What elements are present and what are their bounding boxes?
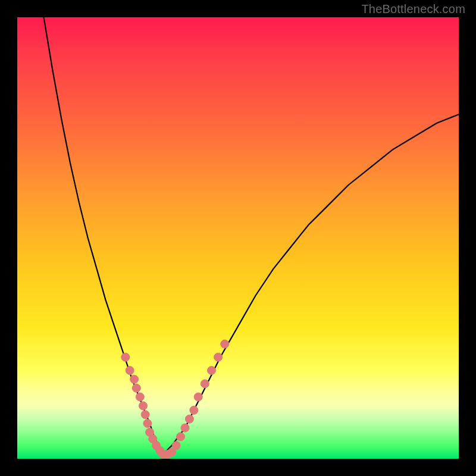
highlight-dot xyxy=(181,424,189,432)
highlight-dot xyxy=(201,380,209,388)
highlight-dot xyxy=(130,375,139,383)
curve-layer xyxy=(17,17,459,459)
highlight-dot xyxy=(177,433,185,441)
highlight-dot xyxy=(136,393,144,401)
right-curve xyxy=(163,114,459,454)
highlight-dot xyxy=(126,367,134,375)
highlight-dot xyxy=(132,384,140,392)
highlight-dot xyxy=(208,367,216,375)
highlight-dot xyxy=(214,353,223,361)
highlight-dot xyxy=(185,415,193,423)
highlight-dot xyxy=(221,340,229,348)
left-curve xyxy=(44,17,163,455)
highlight-dot xyxy=(139,402,148,410)
highlight-dot xyxy=(121,353,130,361)
highlight-dot xyxy=(141,411,149,419)
highlight-dot xyxy=(190,406,198,414)
watermark-text: TheBottleneck.com xyxy=(361,2,465,16)
highlight-dot xyxy=(172,441,180,450)
highlight-dot xyxy=(194,393,202,401)
highlight-dot xyxy=(143,419,152,428)
chart-frame: TheBottleneck.com xyxy=(0,0,476,476)
